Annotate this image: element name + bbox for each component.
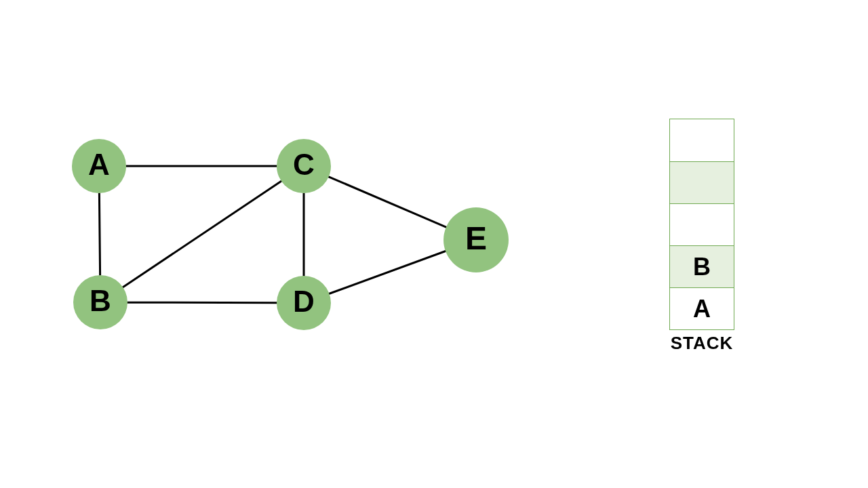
stack-cell-3-value: B (693, 253, 711, 281)
stack-cell-1 (670, 161, 734, 203)
svg-line-3 (127, 302, 277, 303)
graph-node-D: D (277, 276, 331, 330)
svg-line-2 (123, 181, 281, 287)
stack-cell-4: A (670, 287, 734, 329)
graph-node-B-label: B (90, 286, 111, 316)
svg-line-6 (330, 251, 446, 294)
graph-node-E: E (443, 207, 509, 272)
graph-node-E-label: E (465, 222, 487, 255)
stack: B A (669, 119, 734, 330)
svg-line-1 (99, 193, 100, 275)
stack-cell-4-value: A (693, 295, 711, 323)
graph-node-D-label: D (293, 287, 315, 317)
graph-node-C-label: C (293, 150, 315, 180)
stack-cell-2 (670, 203, 734, 245)
diagram-canvas: A B C D E B A STACK (0, 0, 868, 488)
graph-node-A: A (72, 139, 126, 193)
stack-cell-3: B (670, 245, 734, 287)
graph-node-A-label: A (88, 150, 110, 180)
stack-cell-0 (670, 119, 734, 161)
graph-edges (0, 0, 868, 488)
graph-node-B: B (73, 275, 127, 329)
stack-label: STACK (669, 333, 734, 354)
svg-line-5 (329, 177, 446, 227)
graph-node-C: C (277, 139, 331, 193)
